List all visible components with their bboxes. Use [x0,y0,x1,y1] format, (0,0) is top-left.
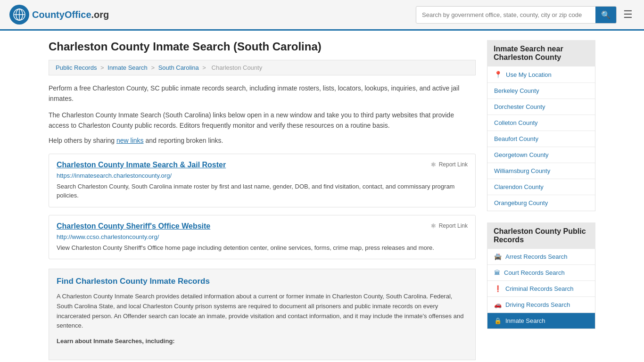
sidebar-item-driving[interactable]: 🚗 Driving Records Search [487,297,595,313]
result-header-2: Charleston County Sheriff's Office Websi… [57,222,468,230]
sidebar-item-dorchester[interactable]: Dorchester County [487,99,595,115]
dorchester-link[interactable]: Dorchester County [487,99,595,115]
find-para-1: A Charleston County Inmate Search provid… [57,292,468,331]
dorchester-label: Dorchester County [494,103,545,110]
sidebar-public-records-section: Charleston County Public Records 🚔 Arres… [487,222,595,329]
result-title-1[interactable]: Charleston County Inmate Search & Jail R… [57,161,226,169]
beaufort-label: Beaufort County [494,135,538,142]
clarendon-label: Clarendon County [494,183,544,190]
sidebar-item-berkeley[interactable]: Berkeley County [487,83,595,99]
georgetown-link[interactable]: Georgetown County [487,147,595,163]
new-links-link[interactable]: new links [116,137,144,144]
header: CountyOffice.org 🔍 ☰ [0,0,644,31]
logo-main: CountyOffice [32,9,91,20]
williamsburg-link[interactable]: Williamsburg County [487,163,595,179]
use-location-link[interactable]: 📍 Use My Location [487,66,595,82]
menu-icon[interactable]: ☰ [621,7,635,23]
use-location-label: Use My Location [506,71,552,78]
driving-records-label: Driving Records Search [505,301,570,308]
sidebar-item-colleton[interactable]: Colleton County [487,115,595,131]
sidebar-public-records-header: Charleston County Public Records [487,222,595,249]
result-header-1: Charleston County Inmate Search & Jail R… [57,161,468,169]
intro-paragraph-2: The Charleston County Inmate Search (Sou… [49,110,476,131]
report-link-1[interactable]: ⚛ Report Link [430,161,468,168]
sidebar-nearby-header: Inmate Search near Charleston County [487,40,595,66]
breadcrumb-sep2: > [151,64,156,71]
sidebar-item-inmate[interactable]: 🔒 Inmate Search [487,313,595,329]
sidebar-nearby-list: 📍 Use My Location Berkeley County Dorche… [487,66,595,211]
georgetown-label: Georgetown County [494,151,549,158]
result-url-1[interactable]: https://inmatesearch.charlestoncounty.or… [57,172,468,179]
colleton-link[interactable]: Colleton County [487,115,595,131]
sharing-note: Help others by sharing new links and rep… [49,137,476,144]
find-heading: Find Charleston County Inmate Records [57,277,468,286]
intro-paragraph-1: Perform a free Charleston County, SC pub… [49,83,476,104]
sidebar-item-orangeburg[interactable]: Orangeburg County [487,195,595,211]
result-url-2[interactable]: http://www.ccso.charlestoncounty.org/ [57,233,468,240]
sharing-note-suffix: and reporting broken links. [144,137,223,144]
sidebar-item-clarendon[interactable]: Clarendon County [487,179,595,195]
arrest-records-link[interactable]: 🚔 Arrest Records Search [487,249,595,264]
sidebar-item-georgetown[interactable]: Georgetown County [487,147,595,163]
sidebar-item-beaufort[interactable]: Beaufort County [487,131,595,147]
header-right: 🔍 ☰ [416,6,635,24]
breadcrumb-public-records[interactable]: Public Records [56,64,97,71]
sidebar-item-arrest[interactable]: 🚔 Arrest Records Search [487,249,595,265]
criminal-records-link[interactable]: ❗ Criminal Records Search [487,281,595,296]
orangeburg-link[interactable]: Orangeburg County [487,195,595,211]
orangeburg-label: Orangeburg County [494,199,548,206]
inmate-search-link[interactable]: 🔒 Inmate Search [487,313,595,329]
beaufort-link[interactable]: Beaufort County [487,131,595,147]
report-link-2[interactable]: ⚛ Report Link [430,222,468,230]
main-container: Charleston County Inmate Search (South C… [39,31,605,362]
inmate-icon: 🔒 [494,317,502,324]
driving-records-link[interactable]: 🚗 Driving Records Search [487,297,595,313]
report-icon-1: ⚛ [430,161,437,168]
sidebar-use-location[interactable]: 📍 Use My Location [487,66,595,83]
arrest-records-label: Arrest Records Search [505,253,568,260]
sidebar: Inmate Search near Charleston County 📍 U… [487,40,595,362]
breadcrumb-inmate-search[interactable]: Inmate Search [107,64,148,71]
breadcrumb: Public Records > Inmate Search > South C… [49,60,476,75]
arrest-icon: 🚔 [494,253,502,260]
sidebar-item-criminal[interactable]: ❗ Criminal Records Search [487,281,595,297]
result-desc-1: Search Charleston County, South Carolina… [57,182,468,200]
clarendon-link[interactable]: Clarendon County [487,179,595,195]
result-card-1: Charleston County Inmate Search & Jail R… [49,154,476,207]
colleton-label: Colleton County [494,119,538,126]
location-icon: 📍 [494,71,502,78]
logo-area: CountyOffice.org [9,5,109,25]
criminal-records-label: Criminal Records Search [505,285,574,292]
content-area: Charleston County Inmate Search (South C… [49,40,476,362]
result-desc-2: View Charleston County Sheriff's Office … [57,243,468,253]
logo-text[interactable]: CountyOffice.org [32,9,109,20]
search-input[interactable] [416,8,595,22]
logo-suffix: .org [91,9,109,20]
criminal-icon: ❗ [494,285,502,292]
logo-icon [9,5,29,25]
search-bar: 🔍 [416,6,617,24]
breadcrumb-county: Charleston County [212,64,263,71]
court-icon: 🏛 [494,269,500,276]
breadcrumb-sep1: > [100,64,106,71]
court-records-link[interactable]: 🏛 Court Records Search [487,265,595,280]
breadcrumb-state[interactable]: South Carolina [158,64,199,71]
sidebar-item-williamsburg[interactable]: Williamsburg County [487,163,595,179]
learn-heading: Learn about Inmate Searches, including: [57,337,468,346]
breadcrumb-sep3: > [202,64,207,71]
sidebar-nearby-section: Inmate Search near Charleston County 📍 U… [487,40,595,211]
page-title: Charleston County Inmate Search (South C… [49,40,476,53]
inmate-search-label: Inmate Search [505,317,545,324]
sidebar-public-records-list: 🚔 Arrest Records Search 🏛 Court Records … [487,249,595,329]
sidebar-item-court[interactable]: 🏛 Court Records Search [487,265,595,281]
sharing-note-prefix: Help others by sharing [49,137,116,144]
report-link-label-2: Report Link [439,222,468,229]
court-records-label: Court Records Search [504,269,565,276]
search-button[interactable]: 🔍 [595,7,616,23]
report-icon-2: ⚛ [430,222,437,230]
report-link-label-1: Report Link [439,161,468,168]
find-section: Find Charleston County Inmate Records A … [49,269,476,360]
berkeley-link[interactable]: Berkeley County [487,83,595,99]
result-title-2[interactable]: Charleston County Sheriff's Office Websi… [57,222,210,230]
williamsburg-label: Williamsburg County [494,167,550,174]
